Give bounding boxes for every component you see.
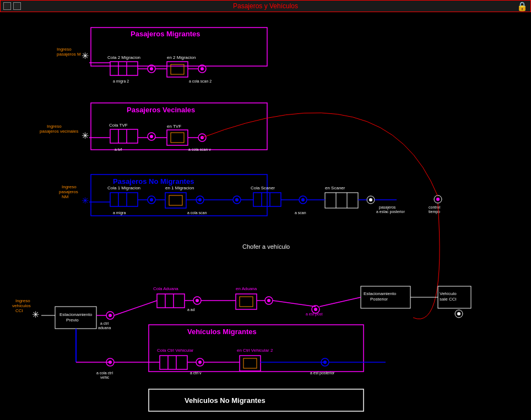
circle-between-inner [235, 198, 239, 201]
label-cola-tvf: Cola TVF [109, 123, 128, 128]
red-curve-2 [413, 204, 440, 319]
circle-aduana-out-inner [196, 299, 199, 302]
line-estac1 [319, 297, 361, 307]
circle-ctrl-aduana-inner [109, 314, 112, 317]
label-a-cola-ctrl2: vehic [100, 375, 110, 379]
label-a-est-posterior: a est posterior [310, 371, 335, 375]
restore-btn[interactable] [13, 2, 21, 10]
label-en1: en 1 Migracion [165, 186, 194, 190]
red-curve-1 [202, 113, 438, 197]
queue-ctrl-veh [160, 356, 187, 369]
group-label-vecinales: Pasajeros Vecinales [127, 106, 195, 114]
label-pas-estac: pasajeros [379, 205, 396, 210]
label-estac-post1: Estacionamiento [364, 291, 397, 296]
label-en-aduana: en Aduana [236, 286, 257, 291]
label-a-migra2: a migra 2 [113, 79, 129, 84]
circle-est-post-inner [314, 308, 317, 311]
label-a-cola-scan: a cola scan [187, 211, 207, 215]
minimize-btn[interactable] [3, 2, 11, 10]
label-ingreso-vecinal2: pasajeros vecinales [40, 129, 78, 134]
label-ingreso-veh2: vehículos [12, 303, 31, 308]
server-tvf [167, 130, 188, 145]
label-estac-previo2: Previo [66, 318, 79, 323]
label-ingreso-pasajeros-m2: pasajeros M [57, 52, 81, 57]
queue-cola1 [110, 193, 138, 206]
group-label-vehiculos-no-migrantes: Vehículos No Migrantes [185, 396, 266, 405]
label-ingreso-vecinal: Ingreso [47, 124, 62, 129]
queue-tvf [110, 129, 138, 143]
label-ingreso-nm: Ingreso [62, 184, 77, 189]
label-a-cola-scan-v: a cola scan v [188, 148, 211, 151]
window-title: Pasajeros y Vehículos [233, 2, 298, 10]
group-label-migrantes: Pasajeros Migrantes [131, 30, 200, 38]
label-cola-ctrl-veh: Cola Ctrl Vehicular [157, 348, 194, 353]
circle-after-aduana-inner [267, 299, 270, 302]
label-ctrl-tiempo1: control [429, 205, 440, 209]
server-inner-ctrl-veh2 [243, 358, 257, 368]
lock-icon: 🔒 [517, 1, 528, 12]
label-ingreso-veh: Ingreso [15, 298, 30, 303]
label-en-scaner: en Scaner [325, 186, 345, 190]
queue-cola2 [110, 62, 138, 75]
circle-veh-sale-inner [457, 312, 460, 315]
label-ingreso-nm2: pasajeros [59, 189, 78, 194]
line-aduana1 [114, 301, 157, 315]
server-ctrl-veh2 [240, 356, 261, 371]
circle-tvf-inner [150, 135, 153, 138]
server-inner-aduana [240, 297, 253, 307]
source-star-v: ✳ [82, 131, 89, 140]
simulation-canvas: Pasajeros Migrantes Pasajeros Vecinales … [0, 12, 531, 420]
server-en2 [167, 62, 188, 77]
circle-s2-inner [201, 67, 204, 70]
label-cola-scaner: Cola Scaner [251, 186, 275, 190]
diagram-svg: Pasajeros Migrantes Pasajeros Vecinales … [0, 12, 531, 420]
label-chofer: Chofer a vehículo [242, 243, 290, 250]
server-inner-en1 [169, 195, 182, 205]
label-a-scan: a scan [295, 211, 306, 215]
source-star-nm: ✳ [82, 196, 89, 205]
label-a-ctrl-aduana1: a ctrl [100, 321, 109, 325]
label-en-ctrl-veh2: en Ctrl Vehicular 2 [237, 348, 273, 353]
label-en2: en 2 Migracion [167, 55, 196, 60]
label-ingreso-veh3: CCI [15, 308, 23, 313]
label-cola2: Cola 2 Migracion [107, 55, 140, 60]
circle-ctrl-tiempo-inner [436, 198, 440, 201]
server-scaner [325, 193, 358, 208]
label-estac-post2: Posterior [370, 297, 388, 302]
label-a-migra: a migra [113, 211, 126, 215]
label-veh-sale1: Vehículo [440, 291, 457, 296]
queue-aduana [157, 294, 185, 308]
label-veh-sale2: sale CCI [440, 297, 457, 302]
source-star-m: ✳ [82, 51, 89, 61]
label-a-tvf: a tvf [115, 148, 122, 151]
circle-ctrl-v-inner [198, 361, 202, 364]
circle-scaner-out-inner [301, 198, 305, 201]
title-bar: Pasajeros y Vehículos 🔒 [0, 0, 531, 12]
label-a-ad: a ad [187, 308, 195, 312]
label-pas-estac2: a estac posterior [376, 210, 405, 214]
source-star-veh: ✳ [32, 310, 39, 319]
label-ingreso-pasajeros-m: Ingreso [57, 47, 72, 52]
label-cola1: Cola 1 Migracion [107, 186, 140, 190]
label-a-cola-ctrl1: a cola ctrl [96, 371, 113, 375]
group-label-vehiculos-migrantes: Vehículos Migrantes [187, 328, 257, 336]
label-en-tvf: en TVF [167, 124, 181, 129]
label-a-ctrl-aduana2: aduana [98, 326, 111, 330]
group-label-no-migrantes: Pasajeros No Migrantes [113, 177, 194, 186]
label-cola-aduana: Cola Aduana [153, 286, 178, 291]
circle-q2-inner [150, 67, 153, 70]
circle-after-scaner-inner [369, 198, 372, 201]
label-estac-previo1: Estacionamiento [59, 312, 93, 317]
line-aduana5 [273, 301, 316, 307]
server-aduana [236, 294, 257, 309]
label-a-cola-scan2: a cola scan 2 [189, 79, 212, 83]
circle-nm1-inner [150, 198, 153, 201]
label-ingreso-nm3: NM [62, 194, 69, 199]
server-inner-tvf [171, 133, 184, 143]
server-en1 [165, 193, 186, 208]
label-a-ctrl-v: a ctrl v [190, 371, 202, 375]
